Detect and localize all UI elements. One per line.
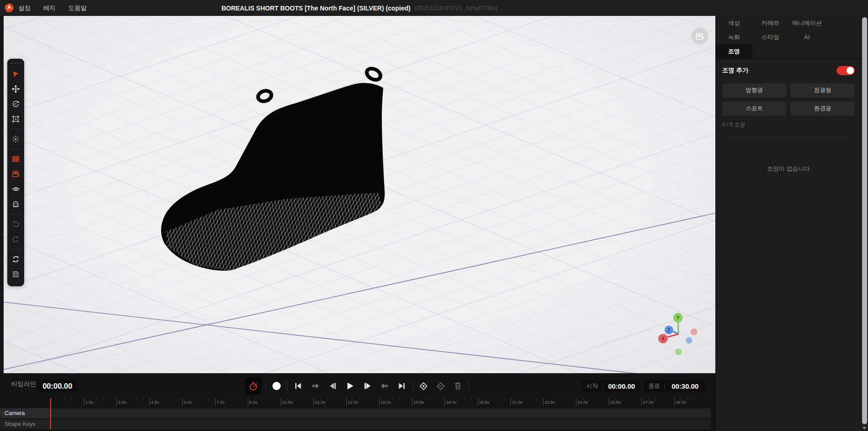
viewport-camera-button[interactable] xyxy=(691,28,708,45)
end-time-value[interactable]: 00:30.00 xyxy=(665,382,705,390)
skip-to-start-button[interactable] xyxy=(291,377,305,395)
save-button[interactable] xyxy=(9,268,23,281)
toolbar-divider xyxy=(10,149,21,149)
toolbar-drag-handle[interactable] xyxy=(11,63,21,64)
track-lane-shape-keys[interactable] xyxy=(49,419,711,429)
remove-keyframe-button[interactable] xyxy=(434,377,447,395)
scale-tool-button[interactable] xyxy=(9,112,23,126)
add-light-label: 조명 추가 xyxy=(722,66,749,75)
ghost-mode-button[interactable] xyxy=(9,198,23,211)
directional-light-button[interactable]: 방향광 xyxy=(722,83,786,97)
tab-recording[interactable]: 녹화 xyxy=(716,30,752,44)
skip-end-icon xyxy=(398,382,406,390)
sync-button[interactable] xyxy=(9,253,23,266)
trash-icon xyxy=(454,382,462,390)
add-keyframe-button[interactable] xyxy=(416,377,430,395)
record-button[interactable] xyxy=(270,377,283,395)
tab-style[interactable]: 스타일 xyxy=(752,30,789,44)
viewport-3d[interactable]: Y Z X xyxy=(4,16,715,373)
tab-color[interactable]: 색상 xyxy=(716,16,752,30)
axis-neg-z-ball[interactable] xyxy=(686,337,692,344)
redo-button[interactable] xyxy=(9,233,23,246)
move-tool-button[interactable] xyxy=(9,82,23,96)
axis-neg-y-ball[interactable] xyxy=(675,349,682,355)
track-label-camera[interactable]: Camera xyxy=(0,408,49,418)
end-time-label: 종료 xyxy=(644,382,664,390)
point-light-button[interactable]: 점광원 xyxy=(791,83,855,97)
focus-tool-button[interactable] xyxy=(9,132,23,146)
toolbar-divider xyxy=(10,214,21,214)
stopwatch-icon xyxy=(249,381,258,391)
axis-gizmo[interactable]: Y Z X xyxy=(658,313,698,355)
select-arrow-icon xyxy=(12,70,20,78)
prev-keyframe-button[interactable] xyxy=(308,377,322,395)
stopwatch-button[interactable] xyxy=(245,377,262,395)
tab-ai[interactable]: AI xyxy=(789,30,825,44)
timeline-label: 타임라인 xyxy=(11,380,36,388)
step-back-button[interactable] xyxy=(326,377,339,395)
add-keyframe-icon xyxy=(419,382,428,390)
menu-settings[interactable]: 설정 xyxy=(18,4,31,12)
spot-light-button[interactable]: 스포트 xyxy=(722,101,786,116)
camera-overlay-icon xyxy=(695,33,704,40)
skip-to-end-button[interactable] xyxy=(395,377,409,395)
end-time-box[interactable]: 종료 00:30.00 xyxy=(644,379,705,393)
step-forward-button[interactable] xyxy=(360,377,374,395)
rotate-tool-button[interactable] xyxy=(9,97,23,111)
timeline-panel: 타임라인 00:00.00 xyxy=(0,373,715,431)
no-lights-message: 조명이 없습니다 xyxy=(722,165,855,173)
scrollbar-down-arrow-icon[interactable] xyxy=(863,427,866,430)
boot-back-pull-loop xyxy=(365,66,383,82)
scrollbar-thumb[interactable] xyxy=(862,17,867,424)
tab-camera[interactable]: 카메라 xyxy=(752,16,789,30)
tab-lighting[interactable]: 조명 xyxy=(716,44,752,58)
ambient-light-button[interactable]: 환경광 xyxy=(791,101,855,116)
ruler-tick: 7.5s xyxy=(215,398,216,406)
menu-help[interactable]: 도움말 xyxy=(68,4,87,12)
panel-divider xyxy=(722,136,855,137)
undo-button[interactable] xyxy=(9,218,23,231)
start-time-value[interactable]: 00:00.00 xyxy=(603,382,640,390)
add-light-toggle[interactable] xyxy=(837,66,855,75)
video-camera-icon xyxy=(11,170,20,178)
track-label-shape-keys[interactable]: Shape Keys xyxy=(0,419,49,429)
select-tool-button[interactable] xyxy=(9,67,23,81)
grid-axis-line-1 xyxy=(4,299,715,373)
save-floppy-icon xyxy=(12,270,20,278)
camera-mode-button[interactable] xyxy=(9,167,23,181)
timeline-playhead[interactable] xyxy=(50,398,51,429)
toggle-knob xyxy=(847,67,854,74)
ruler-tick: 9.0s xyxy=(248,398,248,406)
undo-icon xyxy=(12,220,20,228)
step-forward-icon xyxy=(364,382,371,390)
controls-divider xyxy=(468,381,469,391)
page-scrollbar[interactable] xyxy=(861,16,868,431)
document-title-group: BOREALIS SHORT BOOTS [The North Face] (S… xyxy=(0,0,719,16)
delete-keyframe-button[interactable] xyxy=(451,377,465,395)
controls-divider xyxy=(266,381,266,391)
ruler-tick: 15.0s xyxy=(379,398,380,406)
eye-icon xyxy=(12,185,20,193)
app-window: 설정 배치 도움말 BOREALIS SHORT BOOTS [The Nort… xyxy=(0,0,868,431)
prev-keyframe-icon xyxy=(311,382,320,390)
right-panel: 색상 카메라 애니메이션 녹화 스타일 AI 조명 조명 추가 방향광 점광원 … xyxy=(715,16,861,431)
toolbar-divider xyxy=(10,129,21,129)
menu-layout[interactable]: 배치 xyxy=(43,4,56,12)
panel-tabs: 색상 카메라 애니메이션 녹화 스타일 AI 조명 xyxy=(716,16,861,59)
top-menu-bar: 설정 배치 도움말 BOREALIS SHORT BOOTS [The Nort… xyxy=(0,0,868,16)
play-button[interactable] xyxy=(343,377,357,395)
app-logo-icon[interactable] xyxy=(4,3,14,13)
visibility-button[interactable] xyxy=(9,183,23,196)
axis-neg-x-ball[interactable] xyxy=(691,329,698,335)
grid-view-button[interactable] xyxy=(9,152,23,166)
next-keyframe-button[interactable] xyxy=(378,377,391,395)
playback-controls xyxy=(245,377,469,395)
ruler-tick: 27.0s xyxy=(642,398,642,406)
track-lane-camera[interactable] xyxy=(49,408,711,418)
timeline-ruler[interactable]: 1.5s3.0s4.5s6.0s7.5s9.0s10.5s12.0s13.5s1… xyxy=(51,398,711,407)
current-time-display[interactable]: 00:00.00 xyxy=(36,379,78,393)
start-time-box[interactable]: 시작 00:00.00 xyxy=(582,379,640,393)
tab-animation[interactable]: 애니메이션 xyxy=(789,16,825,30)
ghost-icon xyxy=(12,200,20,208)
grid-table-icon xyxy=(12,155,20,163)
